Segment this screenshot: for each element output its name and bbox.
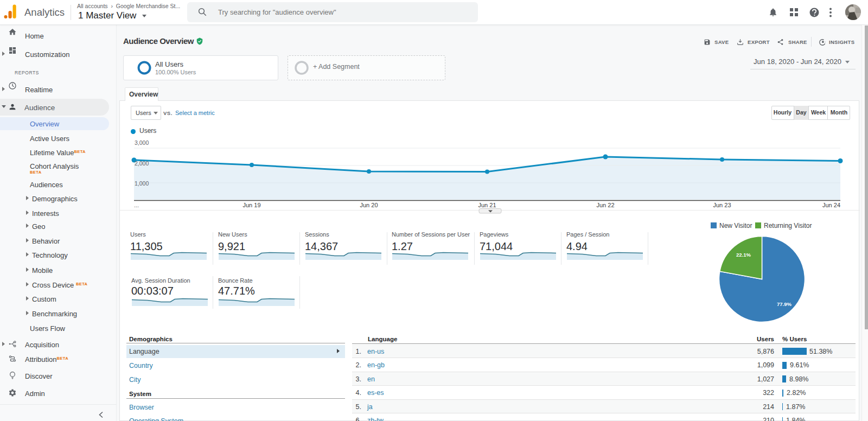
svg-text:3,000: 3,000 [135,139,149,146]
svg-text:...: ... [134,202,139,208]
svg-text:Jun 19: Jun 19 [242,202,260,208]
svg-text:Jun 20: Jun 20 [360,202,378,208]
svg-text:Jun 23: Jun 23 [713,202,731,208]
svg-text:Jun 24: Jun 24 [822,202,840,208]
svg-text:77.9%: 77.9% [777,301,792,307]
svg-text:New Visitor: New Visitor [719,222,752,229]
svg-text:Returning Visitor: Returning Visitor [764,222,812,229]
svg-text:Jun 21: Jun 21 [478,202,496,208]
svg-text:Jun 22: Jun 22 [596,202,614,208]
svg-text:2,000: 2,000 [135,160,149,167]
svg-text:22.1%: 22.1% [736,252,751,258]
svg-text:1,000: 1,000 [135,180,149,187]
